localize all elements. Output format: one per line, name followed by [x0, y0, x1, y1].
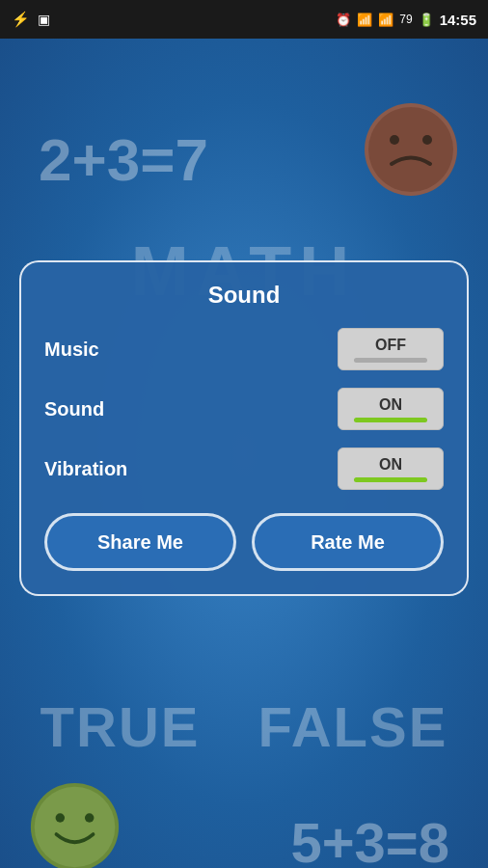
music-toggle-bar: [354, 358, 427, 363]
music-setting-row: Music OFF: [44, 328, 444, 370]
vibration-toggle[interactable]: ON: [338, 448, 444, 490]
status-bar: ⚡ ▣ ⏰ 📶 📶 79 🔋 14:55: [0, 0, 488, 39]
svg-point-3: [422, 135, 432, 145]
equation-bottom: 5+3=8: [290, 810, 449, 868]
sad-face-icon: [363, 101, 459, 198]
true-false-labels: TRUE FALSE: [41, 694, 448, 759]
status-right-icons: ⏰ 📶 📶 79 🔋 14:55: [336, 12, 476, 28]
svg-point-2: [390, 135, 399, 145]
sound-toggle-bar: [354, 418, 427, 422]
signal-icon: 📶: [378, 13, 393, 27]
vibration-toggle-bar: [354, 477, 427, 482]
svg-point-6: [56, 813, 66, 823]
modal-title: Sound: [44, 282, 444, 309]
svg-point-5: [35, 787, 116, 868]
wifi-icon: 📶: [357, 13, 372, 27]
sound-toggle[interactable]: ON: [338, 388, 444, 430]
music-label: Music: [44, 339, 99, 361]
battery-icon: 🔋: [419, 13, 434, 27]
sound-modal: Sound Music OFF Sound ON Vibration ON Sh…: [19, 260, 469, 596]
happy-face-icon: [29, 781, 121, 868]
true-label: TRUE: [41, 694, 201, 759]
battery-level: 79: [399, 13, 412, 26]
photo-icon: ▣: [38, 12, 50, 27]
share-button[interactable]: Share Me: [44, 513, 236, 571]
music-toggle-state: OFF: [375, 337, 406, 354]
action-buttons-row: Share Me Rate Me: [44, 513, 444, 571]
svg-point-7: [85, 813, 95, 823]
time-display: 14:55: [440, 12, 476, 28]
false-label: FALSE: [258, 694, 447, 759]
music-toggle[interactable]: OFF: [338, 328, 444, 370]
vibration-setting-row: Vibration ON: [44, 448, 444, 490]
alarm-icon: ⏰: [336, 13, 351, 27]
vibration-toggle-state: ON: [379, 456, 402, 474]
rate-button[interactable]: Rate Me: [252, 513, 444, 571]
status-left-icons: ⚡ ▣: [12, 11, 50, 28]
svg-point-1: [368, 107, 453, 192]
sound-label: Sound: [44, 398, 104, 420]
sound-toggle-state: ON: [379, 396, 402, 414]
vibration-label: Vibration: [44, 458, 127, 480]
usb-icon: ⚡: [12, 11, 30, 28]
sound-setting-row: Sound ON: [44, 388, 444, 430]
equation-top: 2+3=7: [39, 125, 208, 194]
